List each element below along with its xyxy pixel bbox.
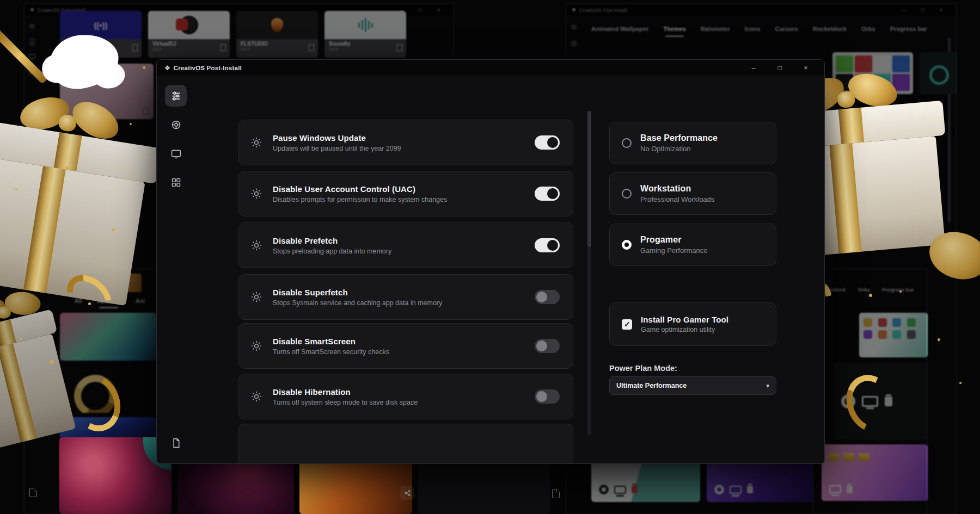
toggle-title: Disable SmartScreen bbox=[273, 337, 389, 346]
file-button[interactable] bbox=[26, 485, 40, 499]
toggle-card-partial bbox=[238, 424, 573, 464]
sidebar-item-logs[interactable] bbox=[165, 432, 187, 454]
addon-title: Install Pro Gamer Tool bbox=[641, 315, 728, 324]
profile-desc: Professional Workloads bbox=[640, 195, 714, 203]
gear-icon bbox=[250, 136, 263, 149]
toggle-card-disable-prefetch: Disable PrefetchStops preloading app dat… bbox=[238, 222, 573, 268]
monitor-icon bbox=[170, 148, 182, 159]
toggle-title: Pause Windows Update bbox=[273, 133, 401, 143]
profile-title: Base Performance bbox=[640, 133, 718, 143]
main-window-title: CreativOS Post-Install bbox=[174, 65, 242, 71]
toggle-card-disable-smartscreen: Disable SmartScreenTurns off SmartScreen… bbox=[238, 323, 573, 369]
toggle-switch-disable-prefetch[interactable] bbox=[535, 238, 560, 252]
main-window[interactable]: ❖ CreativOS Post-Install – □ × bbox=[156, 59, 825, 464]
addon-desc: Game optimization utility bbox=[641, 326, 728, 333]
toggle-switch-pause-windows-update[interactable] bbox=[535, 135, 560, 150]
power-plan-label: Power Plan Mode: bbox=[609, 364, 677, 373]
radio-base-performance[interactable] bbox=[622, 138, 632, 148]
sidebar-item-packages[interactable] bbox=[165, 114, 187, 135]
share-icon bbox=[404, 490, 411, 497]
profile-card-workstation[interactable]: WorkstationProfessional Workloads bbox=[609, 172, 776, 215]
toggle-title: Disable Prefetch bbox=[273, 236, 391, 245]
gear-icon bbox=[250, 390, 263, 403]
wallpaper-thumb[interactable] bbox=[59, 437, 171, 514]
toggle-card-pause-windows-update: Pause Windows UpdateUpdates will be paus… bbox=[238, 120, 573, 165]
toggle-switch-disable-smartscreen[interactable] bbox=[535, 339, 560, 353]
gear-icon bbox=[250, 187, 263, 200]
toggle-card-disable-superfetch: Disable SuperfetchStops Sysmain service … bbox=[238, 274, 573, 320]
toggle-desc: Turns off SmartScreen security checks bbox=[273, 348, 389, 356]
sidebar-item-apps[interactable] bbox=[165, 171, 187, 193]
gear-icon bbox=[250, 290, 263, 304]
chevron-down-icon: ▾ bbox=[766, 382, 769, 389]
gear-icon bbox=[250, 239, 263, 252]
toggle-desc: Turns off system sleep mode to save disk… bbox=[273, 399, 418, 406]
checkbox-install-pro-gamer-tool[interactable] bbox=[622, 319, 632, 330]
main-sidebar bbox=[157, 76, 195, 463]
power-plan-value: Ultimate Performance bbox=[616, 382, 687, 389]
toggle-title: Disable Superfetch bbox=[273, 288, 442, 297]
toggle-desc: Updates will be paused until the year 20… bbox=[273, 145, 401, 152]
file-button[interactable] bbox=[549, 486, 563, 500]
radio-workstation[interactable] bbox=[622, 189, 632, 199]
toggle-title: Disable Hibernation bbox=[273, 387, 418, 397]
profile-card-base-performance[interactable]: Base PerformanceNo Optimization bbox=[609, 122, 776, 164]
file-icon bbox=[170, 437, 182, 449]
sidebar-item-tweaks[interactable] bbox=[165, 85, 187, 107]
list-scrollbar[interactable] bbox=[587, 111, 591, 435]
share-button[interactable] bbox=[400, 486, 414, 500]
scrollbar-thumb[interactable] bbox=[587, 111, 591, 247]
addon-card-pro-gamer-tool[interactable]: Install Pro Gamer ToolGame optimization … bbox=[609, 302, 776, 346]
sidebar-item-display[interactable] bbox=[165, 143, 187, 164]
toggle-card-disable-hibernation: Disable HibernationTurns off system slee… bbox=[238, 374, 573, 419]
toggle-desc: Stops Sysmain service and caching app da… bbox=[273, 299, 442, 307]
toggle-switch-disable-uac[interactable] bbox=[535, 187, 560, 201]
maximize-button[interactable]: □ bbox=[767, 64, 793, 72]
profile-title: Workstation bbox=[640, 184, 714, 194]
main-content: Pause Windows UpdateUpdates will be paus… bbox=[195, 76, 824, 463]
sliders-icon bbox=[170, 90, 182, 102]
toggle-desc: Disables prompts for permission to make … bbox=[273, 196, 447, 203]
minimize-button[interactable]: – bbox=[740, 64, 767, 72]
profile-desc: No Optimization bbox=[640, 145, 718, 153]
file-icon bbox=[29, 488, 37, 497]
radio-progamer[interactable] bbox=[622, 240, 632, 250]
wheel-icon bbox=[170, 119, 182, 131]
toggle-title: Disable User Account Control (UAC) bbox=[273, 184, 447, 194]
file-icon bbox=[552, 489, 560, 498]
toggle-card-disable-uac: Disable User Account Control (UAC)Disabl… bbox=[238, 171, 573, 216]
main-titlebar: ❖ CreativOS Post-Install – □ × bbox=[157, 60, 824, 76]
toggle-switch-disable-hibernation[interactable] bbox=[535, 389, 560, 404]
gear-icon bbox=[250, 339, 263, 352]
desktop: ❖ CreativOS Post-Install – □ × ((•)) Aud… bbox=[0, 0, 980, 514]
profile-title: Progamer bbox=[640, 235, 708, 245]
grid-icon bbox=[170, 177, 182, 188]
toggle-switch-disable-superfetch[interactable] bbox=[535, 290, 560, 304]
profile-card-progamer[interactable]: ProgamerGaming Performance bbox=[609, 224, 776, 266]
app-logo-icon: ❖ bbox=[164, 65, 170, 71]
power-plan-select[interactable]: Ultimate Performance ▾ bbox=[609, 376, 776, 395]
profile-desc: Gaming Performance bbox=[640, 246, 708, 255]
close-button[interactable]: × bbox=[793, 64, 819, 72]
toggle-desc: Stops preloading app data into memory bbox=[273, 247, 391, 255]
